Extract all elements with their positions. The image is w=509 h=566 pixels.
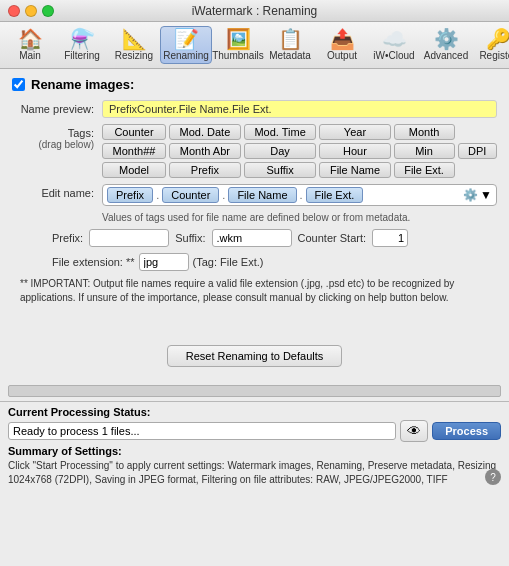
tag-monthhash[interactable]: Month## xyxy=(102,143,166,159)
main-icon: 🏠 xyxy=(18,29,43,49)
main-content: Rename images: Name preview: PrefixCount… xyxy=(0,69,509,385)
edit-name-gear[interactable]: ⚙️ ▼ xyxy=(463,188,492,202)
output-icon: 📤 xyxy=(330,29,355,49)
metadata-icon: 📋 xyxy=(278,29,303,49)
maximize-button[interactable] xyxy=(42,5,54,17)
toolbar-item-advanced[interactable]: ⚙️ Advanced xyxy=(420,27,472,63)
status-row: 👁 Process xyxy=(8,420,501,442)
edit-pill-fileext[interactable]: File Ext. xyxy=(306,187,364,203)
tag-mod-time[interactable]: Mod. Time xyxy=(244,124,317,140)
tags-label-text: Tags: xyxy=(12,127,94,139)
toolbar-item-thumbnails[interactable]: 🖼️ Thumbnails xyxy=(212,27,264,63)
summary-title: Summary of Settings: xyxy=(8,445,501,457)
toolbar: 🏠 Main ⚗️ Filtering 📐 Resizing 📝 Renamin… xyxy=(0,22,509,69)
register-label: Register xyxy=(479,50,509,61)
close-button[interactable] xyxy=(8,5,20,17)
dot-2: . xyxy=(221,189,226,201)
iwcloud-icon: ☁️ xyxy=(382,29,407,49)
tag-dpi[interactable]: DPI xyxy=(458,143,498,159)
renaming-icon: 📝 xyxy=(174,29,199,49)
tag-mod-date[interactable]: Mod. Date xyxy=(169,124,241,140)
tags-sublabel: (drag below) xyxy=(12,139,94,150)
dot-1: . xyxy=(155,189,160,201)
tag-hour[interactable]: Hour xyxy=(319,143,390,159)
file-ext-row: File extension: ** (Tag: File Ext.) xyxy=(52,253,497,271)
advanced-label: Advanced xyxy=(424,50,468,61)
file-ext-tag: (Tag: File Ext.) xyxy=(193,256,264,268)
tag-year[interactable]: Year xyxy=(319,124,390,140)
suffix-input[interactable] xyxy=(212,229,292,247)
tag-month[interactable]: Month xyxy=(394,124,455,140)
main-label: Main xyxy=(19,50,41,61)
toolbar-item-metadata[interactable]: 📋 Metadata xyxy=(264,27,316,63)
rename-checkbox[interactable] xyxy=(12,78,25,91)
prefix-label: Prefix: xyxy=(52,232,83,244)
status-input[interactable] xyxy=(8,422,396,440)
register-icon: 🔑 xyxy=(486,29,510,49)
tags-row: Tags: (drag below) Counter Mod. Date Mod… xyxy=(12,124,497,178)
resizing-label: Resizing xyxy=(115,50,153,61)
counter-start-input[interactable] xyxy=(372,229,408,247)
edit-pill-prefix[interactable]: Prefix xyxy=(107,187,153,203)
tag-counter[interactable]: Counter xyxy=(102,124,166,140)
thumbnails-icon: 🖼️ xyxy=(226,29,251,49)
name-preview-value: PrefixCounter.File Name.File Ext. xyxy=(102,100,497,118)
tag-file-name[interactable]: File Name xyxy=(319,162,390,178)
edit-pill-counter[interactable]: Counter xyxy=(162,187,219,203)
tags-label: Tags: (drag below) xyxy=(12,124,102,150)
reset-button[interactable]: Reset Renaming to Defaults xyxy=(167,345,343,367)
edit-name-row: Edit name: Prefix . Counter . File Name … xyxy=(12,184,497,206)
toolbar-item-register[interactable]: 🔑 Register xyxy=(472,27,509,63)
psc-row: Prefix: Suffix: Counter Start: xyxy=(52,229,497,247)
bottom-status: Current Processing Status: 👁 Process Sum… xyxy=(0,401,509,491)
advanced-icon: ⚙️ xyxy=(434,29,459,49)
dot-3: . xyxy=(299,189,304,201)
filtering-label: Filtering xyxy=(64,50,100,61)
resizing-icon: 📐 xyxy=(122,29,147,49)
iwcloud-label: iW•Cloud xyxy=(373,50,414,61)
name-preview-row: Name preview: PrefixCounter.File Name.Fi… xyxy=(12,100,497,118)
progress-bar xyxy=(8,385,501,397)
edit-name-label: Edit name: xyxy=(12,184,102,199)
metadata-label: Metadata xyxy=(269,50,311,61)
tag-file-ext[interactable]: File Ext. xyxy=(394,162,455,178)
window-title: iWatermark : Renaming xyxy=(192,4,318,18)
tag-min[interactable]: Min xyxy=(394,143,455,159)
suffix-label: Suffix: xyxy=(175,232,205,244)
name-preview-label: Name preview: xyxy=(12,100,102,115)
summary-text: Click "Start Processing" to apply curren… xyxy=(8,459,501,487)
file-ext-label: File extension: ** xyxy=(52,256,135,268)
help-button[interactable]: ? xyxy=(485,469,501,485)
filtering-icon: ⚗️ xyxy=(70,29,95,49)
edit-name-container: Prefix . Counter . File Name . File Ext.… xyxy=(102,184,497,206)
tag-suffix[interactable]: Suffix xyxy=(244,162,317,178)
prefix-input[interactable] xyxy=(89,229,169,247)
toolbar-item-iwcloud[interactable]: ☁️ iW•Cloud xyxy=(368,27,420,63)
chevron-down-icon: ▼ xyxy=(480,188,492,202)
toolbar-item-renaming[interactable]: 📝 Renaming xyxy=(160,26,212,64)
window-controls xyxy=(8,5,54,17)
toolbar-item-filtering[interactable]: ⚗️ Filtering xyxy=(56,27,108,63)
toolbar-item-resizing[interactable]: 📐 Resizing xyxy=(108,27,160,63)
renaming-label: Renaming xyxy=(163,50,209,61)
important-note: ** IMPORTANT: Output file names require … xyxy=(20,277,489,305)
minimize-button[interactable] xyxy=(25,5,37,17)
gear-icon: ⚙️ xyxy=(463,188,478,202)
process-button[interactable]: Process xyxy=(432,422,501,440)
tag-prefix[interactable]: Prefix xyxy=(169,162,241,178)
output-label: Output xyxy=(327,50,357,61)
tag-day[interactable]: Day xyxy=(244,143,317,159)
toolbar-item-main[interactable]: 🏠 Main xyxy=(4,27,56,63)
bottom-wrapper: Current Processing Status: 👁 Process Sum… xyxy=(0,401,509,491)
toolbar-item-output[interactable]: 📤 Output xyxy=(316,27,368,63)
title-bar: iWatermark : Renaming xyxy=(0,0,509,22)
rename-header: Rename images: xyxy=(12,77,497,92)
tag-model[interactable]: Model xyxy=(102,162,166,178)
counter-start-label: Counter Start: xyxy=(298,232,366,244)
tag-month-abr[interactable]: Month Abr xyxy=(169,143,241,159)
file-ext-input[interactable] xyxy=(139,253,189,271)
values-note: Values of tags used for file name are de… xyxy=(102,212,497,223)
edit-pill-filename[interactable]: File Name xyxy=(228,187,296,203)
rename-header-label: Rename images: xyxy=(31,77,134,92)
eye-button[interactable]: 👁 xyxy=(400,420,428,442)
